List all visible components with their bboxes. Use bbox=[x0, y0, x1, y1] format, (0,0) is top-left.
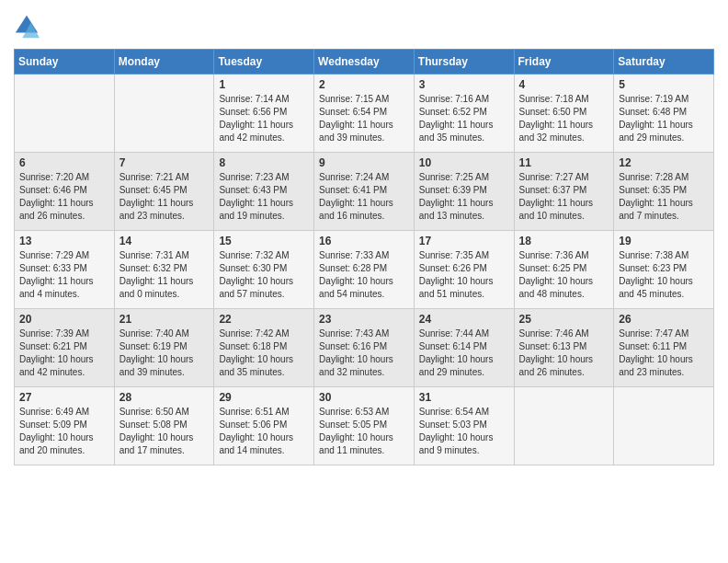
calendar-cell bbox=[15, 75, 115, 153]
day-info: Sunrise: 7:20 AM Sunset: 6:46 PM Dayligh… bbox=[19, 171, 109, 223]
calendar-cell: 10Sunrise: 7:25 AM Sunset: 6:39 PM Dayli… bbox=[414, 153, 514, 231]
column-header-thursday: Thursday bbox=[414, 50, 514, 75]
day-number: 20 bbox=[19, 313, 109, 326]
day-info: Sunrise: 7:46 AM Sunset: 6:13 PM Dayligh… bbox=[519, 327, 609, 379]
calendar-cell: 9Sunrise: 7:24 AM Sunset: 6:41 PM Daylig… bbox=[314, 153, 415, 231]
calendar-week-row: 1Sunrise: 7:14 AM Sunset: 6:56 PM Daylig… bbox=[15, 75, 714, 153]
calendar-cell: 6Sunrise: 7:20 AM Sunset: 6:46 PM Daylig… bbox=[15, 153, 115, 231]
calendar-cell: 28Sunrise: 6:50 AM Sunset: 5:08 PM Dayli… bbox=[114, 387, 214, 465]
day-info: Sunrise: 7:32 AM Sunset: 6:30 PM Dayligh… bbox=[219, 249, 309, 301]
calendar-cell: 12Sunrise: 7:28 AM Sunset: 6:35 PM Dayli… bbox=[614, 153, 714, 231]
column-header-friday: Friday bbox=[514, 50, 614, 75]
calendar-cell: 4Sunrise: 7:18 AM Sunset: 6:50 PM Daylig… bbox=[514, 75, 614, 153]
day-info: Sunrise: 7:25 AM Sunset: 6:39 PM Dayligh… bbox=[419, 171, 509, 223]
day-number: 12 bbox=[619, 156, 709, 169]
calendar-cell: 19Sunrise: 7:38 AM Sunset: 6:23 PM Dayli… bbox=[614, 231, 714, 309]
day-number: 16 bbox=[319, 235, 409, 247]
calendar-week-row: 13Sunrise: 7:29 AM Sunset: 6:33 PM Dayli… bbox=[15, 231, 714, 309]
day-info: Sunrise: 7:43 AM Sunset: 6:16 PM Dayligh… bbox=[319, 327, 409, 379]
day-info: Sunrise: 7:40 AM Sunset: 6:19 PM Dayligh… bbox=[119, 327, 210, 379]
day-number: 6 bbox=[19, 156, 109, 169]
day-info: Sunrise: 7:35 AM Sunset: 6:26 PM Dayligh… bbox=[419, 249, 509, 301]
day-info: Sunrise: 7:31 AM Sunset: 6:32 PM Dayligh… bbox=[119, 249, 210, 301]
day-number: 28 bbox=[119, 391, 210, 404]
day-number: 5 bbox=[619, 78, 709, 91]
calendar-cell bbox=[114, 75, 214, 153]
day-info: Sunrise: 7:39 AM Sunset: 6:21 PM Dayligh… bbox=[19, 327, 109, 379]
calendar-cell bbox=[514, 387, 614, 465]
column-header-monday: Monday bbox=[114, 50, 214, 75]
day-number: 10 bbox=[419, 156, 509, 169]
day-number: 4 bbox=[519, 78, 609, 91]
calendar-cell: 22Sunrise: 7:42 AM Sunset: 6:18 PM Dayli… bbox=[214, 309, 314, 387]
calendar-cell: 11Sunrise: 7:27 AM Sunset: 6:37 PM Dayli… bbox=[514, 153, 614, 231]
day-number: 19 bbox=[619, 235, 709, 247]
day-number: 2 bbox=[319, 78, 409, 91]
day-info: Sunrise: 6:53 AM Sunset: 5:05 PM Dayligh… bbox=[319, 406, 409, 457]
calendar-cell: 27Sunrise: 6:49 AM Sunset: 5:09 PM Dayli… bbox=[15, 387, 115, 465]
day-number: 25 bbox=[519, 313, 609, 326]
day-info: Sunrise: 7:16 AM Sunset: 6:52 PM Dayligh… bbox=[419, 93, 509, 144]
day-number: 11 bbox=[519, 156, 609, 169]
calendar-week-row: 27Sunrise: 6:49 AM Sunset: 5:09 PM Dayli… bbox=[15, 387, 714, 465]
day-number: 1 bbox=[219, 78, 309, 91]
day-info: Sunrise: 7:14 AM Sunset: 6:56 PM Dayligh… bbox=[219, 93, 309, 144]
calendar-cell: 21Sunrise: 7:40 AM Sunset: 6:19 PM Dayli… bbox=[114, 309, 214, 387]
calendar-cell: 14Sunrise: 7:31 AM Sunset: 6:32 PM Dayli… bbox=[114, 231, 214, 309]
day-number: 7 bbox=[119, 156, 210, 169]
day-info: Sunrise: 7:23 AM Sunset: 6:43 PM Dayligh… bbox=[219, 171, 309, 223]
calendar-cell: 25Sunrise: 7:46 AM Sunset: 6:13 PM Dayli… bbox=[514, 309, 614, 387]
calendar-cell: 13Sunrise: 7:29 AM Sunset: 6:33 PM Dayli… bbox=[15, 231, 115, 309]
calendar-cell: 24Sunrise: 7:44 AM Sunset: 6:14 PM Dayli… bbox=[414, 309, 514, 387]
day-number: 23 bbox=[319, 313, 409, 326]
day-info: Sunrise: 7:24 AM Sunset: 6:41 PM Dayligh… bbox=[319, 171, 409, 223]
calendar-cell bbox=[614, 387, 714, 465]
calendar-cell: 3Sunrise: 7:16 AM Sunset: 6:52 PM Daylig… bbox=[414, 75, 514, 153]
day-info: Sunrise: 6:50 AM Sunset: 5:08 PM Dayligh… bbox=[119, 406, 210, 457]
day-number: 30 bbox=[319, 391, 409, 404]
day-number: 24 bbox=[419, 313, 509, 326]
calendar-cell: 8Sunrise: 7:23 AM Sunset: 6:43 PM Daylig… bbox=[214, 153, 314, 231]
day-number: 13 bbox=[19, 235, 109, 247]
day-number: 3 bbox=[419, 78, 509, 91]
column-header-tuesday: Tuesday bbox=[214, 50, 314, 75]
calendar-cell: 2Sunrise: 7:15 AM Sunset: 6:54 PM Daylig… bbox=[314, 75, 415, 153]
calendar-week-row: 6Sunrise: 7:20 AM Sunset: 6:46 PM Daylig… bbox=[15, 153, 714, 231]
day-number: 27 bbox=[19, 391, 109, 404]
calendar-cell: 30Sunrise: 6:53 AM Sunset: 5:05 PM Dayli… bbox=[314, 387, 415, 465]
calendar-week-row: 20Sunrise: 7:39 AM Sunset: 6:21 PM Dayli… bbox=[15, 309, 714, 387]
calendar-cell: 7Sunrise: 7:21 AM Sunset: 6:45 PM Daylig… bbox=[114, 153, 214, 231]
calendar-header-row: SundayMondayTuesdayWednesdayThursdayFrid… bbox=[15, 50, 714, 75]
day-number: 21 bbox=[119, 313, 210, 326]
page-header bbox=[14, 14, 714, 40]
column-header-sunday: Sunday bbox=[15, 50, 115, 75]
day-info: Sunrise: 7:36 AM Sunset: 6:25 PM Dayligh… bbox=[519, 249, 609, 301]
day-info: Sunrise: 7:29 AM Sunset: 6:33 PM Dayligh… bbox=[19, 249, 109, 301]
day-info: Sunrise: 7:47 AM Sunset: 6:11 PM Dayligh… bbox=[619, 327, 709, 379]
day-number: 22 bbox=[219, 313, 309, 326]
calendar-cell: 16Sunrise: 7:33 AM Sunset: 6:28 PM Dayli… bbox=[314, 231, 415, 309]
calendar-table: SundayMondayTuesdayWednesdayThursdayFrid… bbox=[14, 49, 714, 465]
day-number: 14 bbox=[119, 235, 210, 247]
calendar-cell: 26Sunrise: 7:47 AM Sunset: 6:11 PM Dayli… bbox=[614, 309, 714, 387]
day-number: 26 bbox=[619, 313, 709, 326]
day-number: 9 bbox=[319, 156, 409, 169]
day-info: Sunrise: 7:19 AM Sunset: 6:48 PM Dayligh… bbox=[619, 93, 709, 144]
day-info: Sunrise: 7:15 AM Sunset: 6:54 PM Dayligh… bbox=[319, 93, 409, 144]
day-info: Sunrise: 6:51 AM Sunset: 5:06 PM Dayligh… bbox=[219, 406, 309, 457]
calendar-cell: 17Sunrise: 7:35 AM Sunset: 6:26 PM Dayli… bbox=[414, 231, 514, 309]
day-number: 17 bbox=[419, 235, 509, 247]
calendar-cell: 18Sunrise: 7:36 AM Sunset: 6:25 PM Dayli… bbox=[514, 231, 614, 309]
day-info: Sunrise: 7:18 AM Sunset: 6:50 PM Dayligh… bbox=[519, 93, 609, 144]
day-number: 8 bbox=[219, 156, 309, 169]
day-info: Sunrise: 7:27 AM Sunset: 6:37 PM Dayligh… bbox=[519, 171, 609, 223]
day-info: Sunrise: 6:49 AM Sunset: 5:09 PM Dayligh… bbox=[19, 406, 109, 457]
calendar-cell: 15Sunrise: 7:32 AM Sunset: 6:30 PM Dayli… bbox=[214, 231, 314, 309]
day-info: Sunrise: 6:54 AM Sunset: 5:03 PM Dayligh… bbox=[419, 406, 509, 457]
logo-icon bbox=[14, 14, 40, 40]
logo bbox=[14, 14, 43, 40]
calendar-cell: 5Sunrise: 7:19 AM Sunset: 6:48 PM Daylig… bbox=[614, 75, 714, 153]
calendar-cell: 29Sunrise: 6:51 AM Sunset: 5:06 PM Dayli… bbox=[214, 387, 314, 465]
day-number: 31 bbox=[419, 391, 509, 404]
calendar-cell: 20Sunrise: 7:39 AM Sunset: 6:21 PM Dayli… bbox=[15, 309, 115, 387]
